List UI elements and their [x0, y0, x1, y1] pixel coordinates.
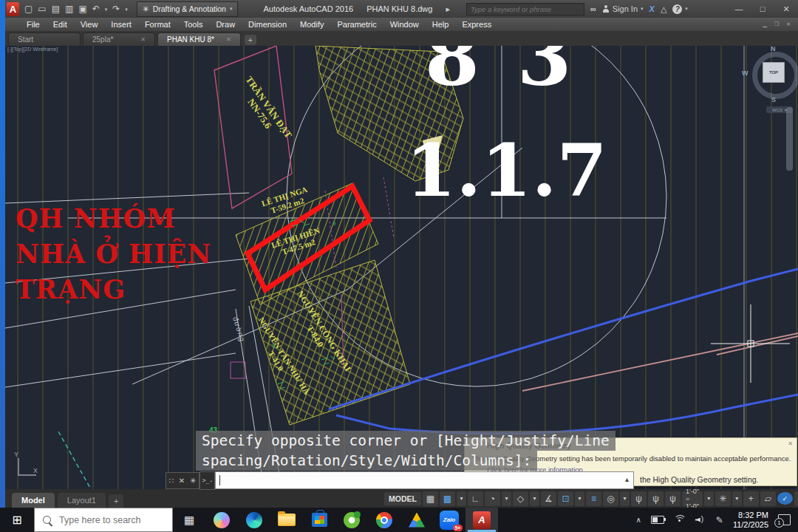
- gear-caret-icon[interactable]: ▾: [732, 491, 742, 506]
- doc-window-controls[interactable]: ▁ ❒ ✕: [763, 21, 794, 27]
- edge-button[interactable]: [238, 508, 270, 532]
- command-history-arrow-icon[interactable]: ▴: [625, 475, 629, 483]
- pen-icon[interactable]: ✎: [716, 515, 723, 525]
- polar-caret-icon[interactable]: ▾: [502, 491, 511, 506]
- command-grip-icon[interactable]: ∷: [168, 477, 173, 485]
- save-icon[interactable]: ▤: [52, 4, 60, 13]
- search-binoculars-icon[interactable]: ∞: [590, 4, 596, 13]
- help-search-input[interactable]: [466, 3, 584, 16]
- isolate-objects-icon[interactable]: ▨: [794, 491, 798, 506]
- close-button[interactable]: ✕: [774, 0, 798, 18]
- help-icon[interactable]: ?: [672, 4, 682, 14]
- command-recent-button[interactable]: >_ ▾: [200, 471, 215, 490]
- sign-in-button[interactable]: Sign In ▾: [602, 4, 644, 13]
- redo-caret-icon[interactable]: ▾: [125, 7, 128, 12]
- maximize-button[interactable]: □: [751, 0, 774, 18]
- viewcube-south[interactable]: S: [771, 96, 776, 103]
- google-drive-button[interactable]: [400, 508, 433, 532]
- battery-icon[interactable]: [651, 516, 664, 524]
- new-layout-button[interactable]: +: [109, 494, 123, 508]
- command-input[interactable]: ▴: [215, 471, 634, 489]
- chrome-button[interactable]: [368, 508, 400, 532]
- tab-start[interactable]: Start: [8, 33, 81, 46]
- autocad-taskbar-button[interactable]: A: [466, 508, 498, 532]
- green-app-button[interactable]: [335, 508, 368, 532]
- autocad-app-menu-icon[interactable]: A: [7, 2, 19, 16]
- help-caret-icon[interactable]: ▾: [685, 6, 688, 12]
- menu-format[interactable]: Format: [138, 20, 177, 29]
- menu-draw[interactable]: Draw: [209, 20, 242, 29]
- snap-mode-icon[interactable]: ▩: [440, 491, 455, 506]
- drawing-canvas[interactable]: Y X 43 9 9 đường [-][Top][2D Wireframe] …: [5, 46, 798, 489]
- menu-modify[interactable]: Modify: [293, 20, 330, 29]
- minimize-button[interactable]: —: [727, 0, 751, 18]
- lineweight-icon[interactable]: ≡: [586, 491, 601, 506]
- menu-view[interactable]: View: [74, 20, 105, 29]
- microsoft-store-button[interactable]: [303, 508, 335, 532]
- taskbar-search-input[interactable]: [58, 514, 157, 526]
- 3d-object-snap-icon[interactable]: ◎: [603, 491, 618, 506]
- new-icon[interactable]: ▢: [24, 4, 33, 13]
- 3dosnap-caret-icon[interactable]: ▾: [620, 491, 630, 506]
- volume-icon[interactable]: ): [695, 516, 706, 525]
- workspace-gear-icon[interactable]: ✳: [715, 491, 731, 506]
- tab-25pla[interactable]: 25pla* ✕: [83, 33, 155, 46]
- print-icon[interactable]: ▣: [78, 4, 86, 13]
- current-scale-label[interactable]: 1'-0" = 1'-0": [682, 491, 703, 506]
- wifi-icon[interactable]: [674, 515, 686, 525]
- autoscale-icon[interactable]: ψ: [648, 491, 664, 506]
- undo-caret-icon[interactable]: ▾: [105, 7, 108, 12]
- annotation-scale-icon[interactable]: ψ: [665, 491, 681, 506]
- viewcube[interactable]: N S W E TOP WCS ▾: [744, 47, 798, 106]
- menu-express[interactable]: Express: [455, 20, 498, 29]
- menu-help[interactable]: Help: [426, 20, 456, 29]
- search-go-icon[interactable]: ▸: [446, 4, 450, 14]
- a360-icon[interactable]: △: [661, 4, 666, 14]
- save-as-icon[interactable]: ▥: [65, 4, 73, 13]
- tab-phan-khu-8[interactable]: PHAN KHU 8* ✕: [157, 33, 241, 46]
- units-workspace-icon[interactable]: ▱: [760, 491, 776, 506]
- redo-icon[interactable]: ↷: [112, 4, 120, 13]
- workspace-selector[interactable]: ✳ Drafting & Annotation ▾: [137, 1, 239, 17]
- command-close-icon[interactable]: ✕: [179, 477, 185, 485]
- graphics-performance-icon[interactable]: ✓: [777, 492, 793, 505]
- clock[interactable]: 8:32 PM 11/2/2025: [733, 511, 768, 530]
- start-button[interactable]: ⊞: [0, 508, 34, 532]
- notification-center-button[interactable]: 1: [778, 514, 791, 525]
- undo-icon[interactable]: ↶: [92, 4, 100, 13]
- isodraft-caret-icon[interactable]: ▾: [530, 491, 539, 506]
- snap-caret-icon[interactable]: ▾: [457, 491, 466, 506]
- isometric-drafting-icon[interactable]: ◇: [513, 491, 528, 506]
- command-customize-wrench-icon[interactable]: ✳: [190, 477, 196, 485]
- notification-close-icon[interactable]: ✕: [788, 440, 793, 447]
- tab-close-icon[interactable]: ✕: [226, 36, 231, 43]
- menu-file[interactable]: File: [20, 20, 47, 29]
- task-view-button[interactable]: ▦: [173, 508, 205, 532]
- copilot-button[interactable]: [205, 508, 238, 532]
- menu-dimension[interactable]: Dimension: [242, 20, 293, 29]
- new-tab-button[interactable]: +: [245, 35, 256, 45]
- viewcube-west[interactable]: W: [742, 69, 748, 77]
- menu-insert[interactable]: Insert: [104, 20, 138, 29]
- annotation-monitor-plus-icon[interactable]: +: [743, 491, 759, 506]
- osnap-caret-icon[interactable]: ▾: [575, 491, 584, 506]
- grid-display-icon[interactable]: ▦: [423, 491, 438, 506]
- menu-tools[interactable]: Tools: [177, 20, 210, 29]
- viewcube-top-face[interactable]: TOP: [763, 62, 785, 83]
- model-tab[interactable]: Model: [12, 493, 55, 508]
- ortho-mode-icon[interactable]: ∟: [468, 491, 483, 506]
- viewcube-north[interactable]: N: [771, 46, 776, 52]
- layout1-tab[interactable]: Layout1: [58, 493, 106, 508]
- annotation-visibility-icon[interactable]: ψ: [631, 491, 647, 506]
- viewport-controls-label[interactable]: [-][Top][2D Wireframe]: [7, 47, 58, 52]
- object-snap-icon[interactable]: ⊡: [558, 491, 573, 506]
- file-explorer-button[interactable]: [270, 508, 303, 532]
- tab-close-icon[interactable]: ✕: [140, 36, 146, 43]
- taskbar-search[interactable]: [34, 508, 173, 532]
- zalo-button[interactable]: Zalo 5+: [433, 508, 466, 532]
- polar-tracking-icon[interactable]: ◔: [485, 491, 500, 506]
- menu-window[interactable]: Window: [383, 20, 426, 29]
- object-snap-tracking-icon[interactable]: ∡: [541, 491, 556, 506]
- menu-edit[interactable]: Edit: [47, 20, 74, 29]
- open-icon[interactable]: ▭: [38, 4, 46, 13]
